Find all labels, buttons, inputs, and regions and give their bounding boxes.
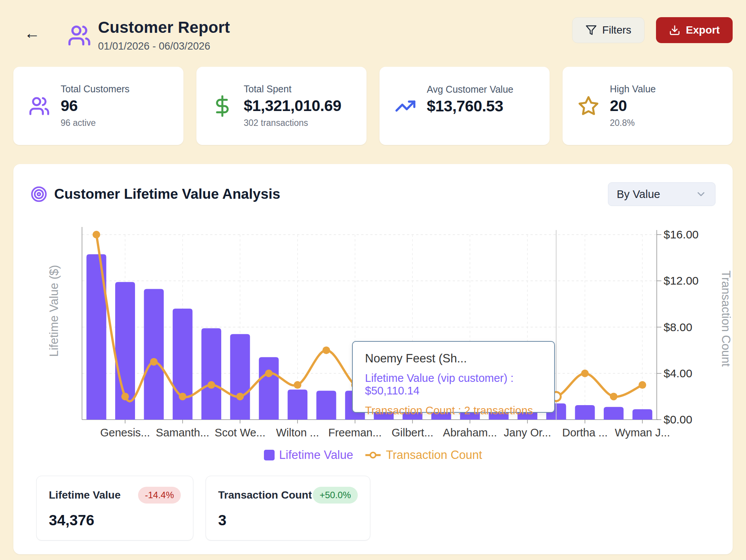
stat-label: Avg Customer Value <box>427 84 513 95</box>
change-badge: -14.4% <box>138 487 181 504</box>
stat-value: $13,760.53 <box>427 97 513 115</box>
svg-text:$16.00: $16.00 <box>664 228 699 241</box>
summary-card-lifetime-value: Lifetime Value -14.4% 34,376 <box>36 476 193 541</box>
stat-label: High Value <box>610 84 656 95</box>
legend-item-lifetime-value[interactable]: Lifetime Value <box>264 448 353 462</box>
legend-label: Transaction Count <box>386 448 482 462</box>
stat-label: Total Customers <box>61 84 130 95</box>
users-icon <box>68 24 91 47</box>
change-badge: +50.0% <box>313 487 358 504</box>
report-header: ← Customer Report 01/01/2026 - 06/03/202… <box>13 11 733 53</box>
summary-card-transaction-count: Transaction Count +50.0% 3 <box>206 476 370 541</box>
tooltip-lifetime-value: Lifetime Value (vip customer) : $50,110.… <box>365 372 542 397</box>
summary-value: 34,376 <box>49 512 181 529</box>
stat-card-total-customers: Total Customers 96 96 active <box>13 67 183 145</box>
sort-by-dropdown[interactable]: By Value <box>608 182 715 206</box>
summary-cards-row: Lifetime Value -14.4% 34,376 Transaction… <box>36 476 370 541</box>
dollar-icon <box>212 95 233 117</box>
svg-text:Wyman J...: Wyman J... <box>615 426 670 439</box>
chart-tooltip: Noemy Feest (Sh... Lifetime Value (vip c… <box>352 341 555 413</box>
stat-value: $1,321,010.69 <box>244 97 341 115</box>
stat-card-high-value: High Value 20 20.8% <box>563 67 733 145</box>
line-swatch <box>365 451 381 459</box>
stat-value: 96 <box>61 97 130 115</box>
filter-icon <box>585 24 597 36</box>
clv-analysis-card: Customer Lifetime Value Analysis By Valu… <box>13 164 733 554</box>
chart-legend: Lifetime Value Transaction Count <box>13 448 733 462</box>
page-title: Customer Report <box>98 18 230 37</box>
users-icon <box>29 95 50 117</box>
svg-text:Genesis...: Genesis... <box>100 426 150 439</box>
summary-value: 3 <box>218 512 358 529</box>
chevron-down-icon <box>695 188 707 200</box>
tooltip-transaction-count: Transaction Count : 2 transactions <box>365 404 542 417</box>
summary-label: Lifetime Value <box>49 489 121 501</box>
trending-up-icon <box>395 95 416 117</box>
svg-text:Wilton ...: Wilton ... <box>276 426 319 439</box>
bar-swatch <box>264 450 275 460</box>
export-label: Export <box>686 24 720 36</box>
svg-text:Transaction Count: Transaction Count <box>719 270 733 367</box>
svg-text:Abraham...: Abraham... <box>443 426 497 439</box>
back-button[interactable]: ← <box>24 25 40 41</box>
stat-label: Total Spent <box>244 84 341 95</box>
stat-subtitle: 96 active <box>61 118 130 128</box>
stat-subtitle <box>427 118 513 128</box>
legend-label: Lifetime Value <box>279 448 353 462</box>
stat-subtitle: 20.8% <box>610 118 656 128</box>
stat-subtitle: 302 transactions <box>244 118 341 128</box>
svg-text:$0.00: $0.00 <box>664 413 692 426</box>
svg-text:Scot We...: Scot We... <box>215 426 265 439</box>
download-icon <box>669 24 680 36</box>
stat-value: 20 <box>610 97 656 115</box>
target-icon <box>31 186 47 203</box>
tooltip-customer-name: Noemy Feest (Sh... <box>365 352 542 365</box>
export-button[interactable]: Export <box>656 17 733 43</box>
filters-label: Filters <box>602 24 631 36</box>
svg-text:Freeman...: Freeman... <box>328 426 382 439</box>
stats-row: Total Customers 96 96 active Total Spent… <box>13 67 733 145</box>
date-range: 01/01/2026 - 06/03/2026 <box>98 40 230 52</box>
svg-text:$8.00: $8.00 <box>664 321 692 333</box>
svg-text:Jany Or...: Jany Or... <box>504 426 551 439</box>
filters-button[interactable]: Filters <box>572 17 645 43</box>
svg-text:Dortha ...: Dortha ... <box>562 426 608 439</box>
stat-card-avg-customer-value: Avg Customer Value $13,760.53 <box>379 67 550 145</box>
svg-text:$12.00: $12.00 <box>664 274 699 287</box>
svg-text:Lifetime Value ($): Lifetime Value ($) <box>47 265 61 357</box>
legend-item-transaction-count[interactable]: Transaction Count <box>365 448 482 462</box>
svg-text:Gilbert...: Gilbert... <box>392 426 434 439</box>
summary-label: Transaction Count <box>218 489 312 501</box>
star-icon <box>578 95 599 117</box>
chart-title: Customer Lifetime Value Analysis <box>54 186 280 202</box>
svg-text:$4.00: $4.00 <box>664 367 692 380</box>
svg-text:Samanth...: Samanth... <box>156 426 209 439</box>
sort-by-value: By Value <box>617 188 660 201</box>
stat-card-total-spent: Total Spent $1,321,010.69 302 transactio… <box>196 67 367 145</box>
